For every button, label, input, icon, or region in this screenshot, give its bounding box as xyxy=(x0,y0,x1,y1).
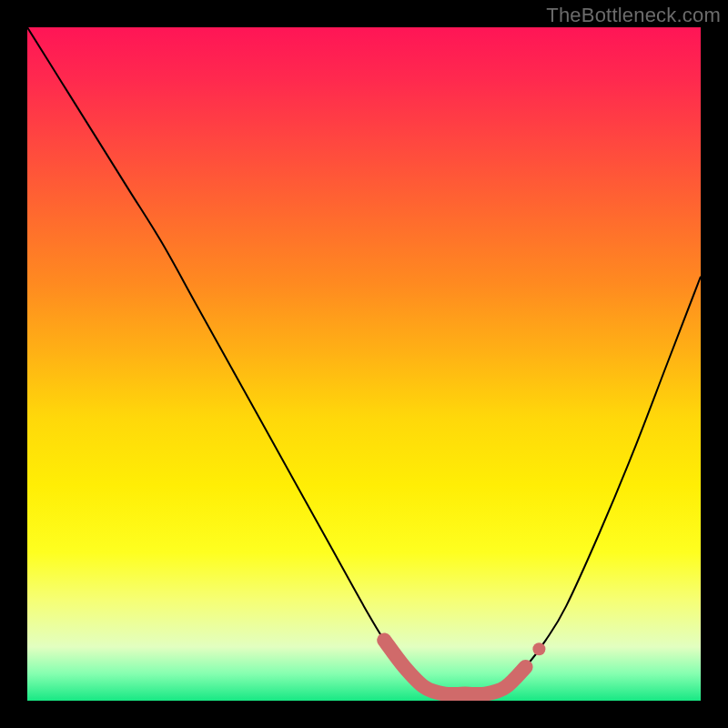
chart-svg xyxy=(27,27,701,701)
plot-area xyxy=(27,27,701,701)
watermark-text: TheBottleneck.com xyxy=(546,4,721,27)
bottleneck-curve xyxy=(27,27,701,694)
highlight-end-dot xyxy=(532,642,545,655)
chart-frame: TheBottleneck.com xyxy=(0,0,728,728)
optimal-highlight xyxy=(384,640,525,694)
